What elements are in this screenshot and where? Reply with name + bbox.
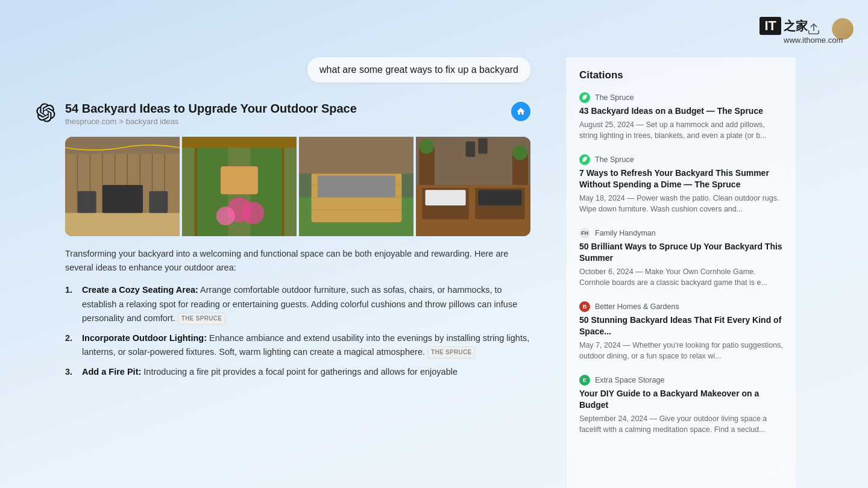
svg-rect-43 [466, 142, 475, 157]
svg-rect-17 [195, 148, 197, 236]
citation-favicon-1 [579, 92, 590, 103]
list-num-1: 1. [65, 283, 80, 297]
citation-headline-4: 50 Stunning Backyard Ideas That Fit Ever… [579, 314, 784, 337]
svg-rect-18 [281, 148, 284, 236]
citation-headline-1: 43 Backyard Ideas on a Budget — The Spru… [579, 105, 784, 117]
citation-snippet-2: May 18, 2024 — Power wash the patio. Cle… [579, 193, 784, 214]
svg-rect-14 [149, 191, 168, 213]
backyard-image-4 [416, 137, 530, 236]
citation-item-3[interactable]: FH Family Handyman 50 Brilliant Ways to … [579, 228, 784, 288]
watermark-box: IT [760, 17, 781, 35]
citation-source-name-2: The Spruce [595, 155, 634, 164]
svg-rect-13 [78, 191, 96, 213]
source-tag-2: THE SPRUCE [427, 346, 475, 358]
citation-source-name-4: Better Homes & Gardens [595, 302, 679, 311]
list-heading-3: Add a Fire Pit: [82, 367, 141, 377]
ai-response: 54 Backyard Ideas to Upgrade Your Outdoo… [36, 102, 530, 386]
list-item: 2. Incorporate Outdoor Lighting: Enhance… [65, 331, 530, 359]
main-layout: what are some great ways to fix up a bac… [0, 57, 868, 488]
svg-point-42 [512, 145, 527, 160]
svg-rect-31 [318, 175, 395, 197]
list-text-2: Incorporate Outdoor Lighting: Enhance am… [82, 331, 530, 359]
list-text-1: Create a Cozy Seating Area: Arrange comf… [82, 283, 530, 325]
svg-point-23 [242, 202, 264, 224]
user-message: what are some great ways to fix up a bac… [307, 57, 530, 83]
svg-rect-37 [425, 190, 465, 205]
citation-item-1[interactable]: The Spruce 43 Backyard Ideas on a Budget… [579, 92, 784, 141]
citation-snippet-4: May 7, 2024 — Whether you're looking for… [579, 340, 784, 361]
ai-content-block: 54 Backyard Ideas to Upgrade Your Outdoo… [65, 102, 530, 386]
citation-snippet-5: September 24, 2024 — Give your outdoor l… [579, 413, 784, 435]
citation-source-row-3: FH Family Handyman [579, 228, 784, 239]
article-source[interactable]: thespruce.com > backyard ideas [65, 117, 357, 126]
home-icon-button[interactable] [511, 102, 530, 121]
user-message-wrap: what are some great ways to fix up a bac… [36, 57, 530, 83]
citations-title: Citations [579, 69, 784, 81]
citation-source-row-5: E Extra Space Storage [579, 375, 784, 386]
svg-point-22 [216, 207, 235, 225]
backyard-image-1 [65, 137, 180, 236]
svg-rect-44 [478, 138, 487, 154]
svg-point-40 [419, 139, 434, 154]
source-separator: > [119, 117, 124, 126]
citation-item-5[interactable]: E Extra Space Storage Your DIY Guide to … [579, 375, 784, 435]
citation-snippet-3: October 6, 2024 — Make Your Own Cornhole… [579, 266, 784, 288]
list-num-3: 3. [65, 365, 80, 379]
source-domain: thespruce.com [65, 117, 116, 126]
citation-favicon-4: B [579, 301, 590, 312]
article-meta: 54 Backyard Ideas to Upgrade Your Outdoo… [65, 102, 357, 134]
image-grid [65, 137, 530, 236]
ai-logo-icon [36, 103, 55, 122]
svg-rect-16 [182, 137, 297, 148]
top-bar [0, 0, 868, 57]
citation-headline-2: 7 Ways to Refresh Your Backyard This Sum… [579, 167, 784, 190]
citation-favicon-3: FH [579, 228, 590, 239]
backyard-image-2 [182, 137, 297, 236]
backyard-image-3 [299, 137, 414, 236]
citation-source-row-4: B Better Homes & Gardens [579, 301, 784, 312]
list-heading-2: Incorporate Outdoor Lighting: [82, 333, 207, 343]
citation-headline-5: Your DIY Guide to a Backyard Makeover on… [579, 388, 784, 411]
article-intro: Transforming your backyard into a welcom… [65, 247, 530, 275]
citations-panel: Citations The Spruce 43 Backyard Ideas o… [567, 57, 796, 488]
citation-source-name-1: The Spruce [595, 93, 634, 102]
citation-favicon-2 [579, 154, 590, 165]
list-num-2: 2. [65, 331, 80, 345]
citation-source-row-2: The Spruce [579, 154, 784, 165]
source-breadcrumb: backyard ideas [126, 117, 178, 126]
citation-source-name-5: Extra Space Storage [595, 376, 664, 384]
article-list: 1. Create a Cozy Seating Area: Arrange c… [65, 283, 530, 379]
watermark-url: www.ithome.com [784, 36, 843, 45]
svg-rect-12 [102, 185, 143, 213]
citation-item-2[interactable]: The Spruce 7 Ways to Refresh Your Backya… [579, 154, 784, 214]
citation-item-4[interactable]: B Better Homes & Gardens 50 Stunning Bac… [579, 301, 784, 361]
citation-snippet-1: August 25, 2024 — Set up a hammock and a… [579, 119, 784, 141]
svg-rect-38 [478, 190, 521, 205]
source-tag-1: THE SPRUCE [178, 313, 225, 325]
svg-rect-11 [65, 213, 180, 236]
citation-source-row-1: The Spruce [579, 92, 784, 103]
article-title: 54 Backyard Ideas to Upgrade Your Outdoo… [65, 102, 357, 116]
list-item: 3. Add a Fire Pit: Introducing a fire pi… [65, 365, 530, 379]
citation-headline-3: 50 Brilliant Ways to Spruce Up Your Back… [579, 241, 784, 264]
citation-source-name-3: Family Handyman [595, 229, 656, 237]
watermark-symbol: 之家 [784, 19, 808, 33]
article-header: 54 Backyard Ideas to Upgrade Your Outdoo… [65, 102, 530, 134]
watermark: IT 之家 www.ithome.com [760, 17, 808, 35]
main-content: what are some great ways to fix up a bac… [0, 57, 567, 488]
citation-favicon-5: E [579, 375, 590, 386]
list-heading-1: Create a Cozy Seating Area: [82, 285, 198, 295]
svg-rect-32 [299, 137, 414, 174]
list-item: 1. Create a Cozy Seating Area: Arrange c… [65, 283, 530, 325]
list-text-3: Add a Fire Pit: Introducing a fire pit p… [82, 365, 458, 379]
svg-rect-24 [221, 166, 258, 194]
